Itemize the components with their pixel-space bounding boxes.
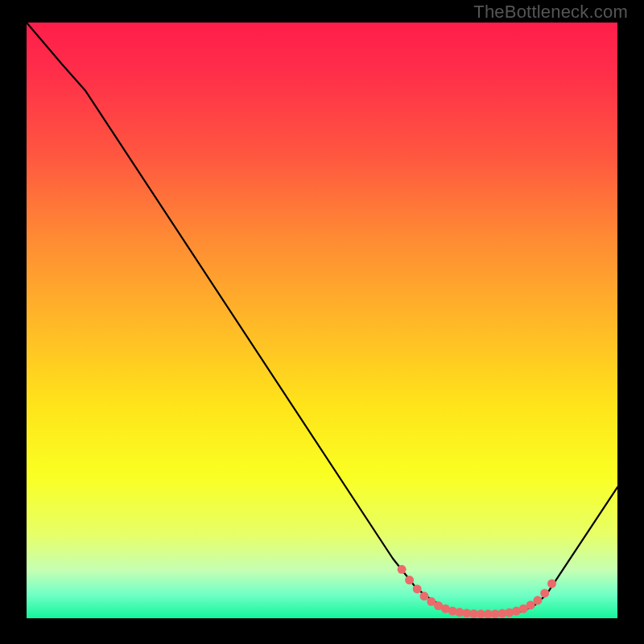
curve-marker — [413, 584, 422, 593]
curve-marker — [420, 592, 429, 601]
curve-marker — [540, 588, 549, 597]
curve-marker — [547, 580, 556, 588]
bottleneck-curve — [27, 23, 617, 614]
curve-svg — [27, 23, 617, 618]
curve-marker — [405, 576, 414, 584]
watermark-text: TheBottleneck.com — [473, 2, 628, 23]
plot-area — [27, 23, 617, 618]
curve-marker — [398, 565, 407, 574]
curve-marker — [533, 596, 542, 605]
